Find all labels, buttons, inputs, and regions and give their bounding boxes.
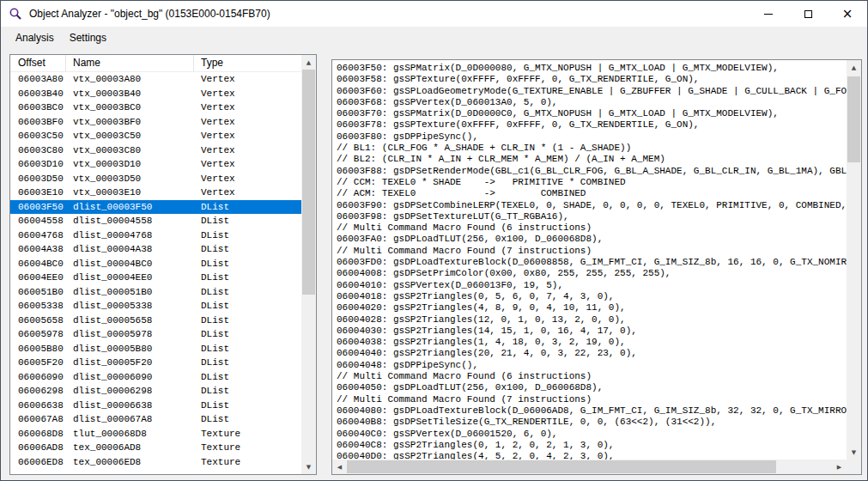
code-line: 06004030: gsSP2Triangles(14, 15, 1, 0, 1…	[337, 326, 847, 337]
disassembly-hscrollbar[interactable]: ◀ ▶	[332, 460, 847, 474]
table-row[interactable]: 06006090 dlist_00006090 DList	[10, 370, 301, 385]
down-arrow-icon: ▼	[307, 464, 311, 471]
row-offset: 06005658	[10, 314, 66, 328]
table-row[interactable]: 06004BC0 dlist_00004BC0 DList	[10, 257, 301, 271]
row-offset: 06003C50	[10, 129, 66, 143]
table-row[interactable]: 06003C50 vtx_00003C50 Vertex	[10, 129, 301, 143]
table-row[interactable]: 06006AD8 tex_00006AD8 Texture	[10, 441, 301, 455]
table-row[interactable]: 06003B40 vtx_00003B40 Vertex	[10, 87, 301, 101]
maximize-icon	[804, 10, 812, 18]
row-name: dlist_00004768	[66, 228, 194, 243]
table-row[interactable]: 06003A80 vtx_00003A80 Vertex	[10, 72, 301, 87]
disassembly-vscrollbar[interactable]: ▲ ▼	[847, 60, 861, 460]
table-row[interactable]: 06006298 dlist_00006298 DList	[10, 384, 301, 399]
row-offset: 06003D10	[10, 157, 66, 172]
table-row[interactable]: 06003D10 vtx_00003D10 Vertex	[10, 157, 301, 172]
row-offset: 06006090	[10, 370, 66, 385]
scrollbar-thumb[interactable]	[847, 76, 860, 162]
code-line: // Multi Command Macro Found (7 instruct…	[337, 394, 847, 405]
row-offset: 06003D50	[10, 172, 66, 186]
object-list-scrollbar[interactable]: ▲ ▼	[301, 55, 316, 474]
column-header-type[interactable]: Type	[194, 55, 301, 71]
table-row[interactable]: 06005F20 dlist_00005F20 DList	[10, 356, 301, 370]
row-name: dlist_000067A8	[66, 412, 194, 427]
disassembly-text[interactable]: 06003F50: gsSPMatrix(D_0D000080, G_MTX_N…	[332, 60, 847, 460]
right-arrow-icon: ▶	[837, 464, 841, 471]
scroll-up-button[interactable]: ▲	[847, 60, 861, 75]
code-line: 06003F80: gsDPPipeSync(),	[337, 131, 847, 143]
row-name: dlist_000051B0	[66, 285, 194, 300]
scroll-left-button[interactable]: ◀	[332, 460, 347, 474]
code-line: 06003F98: gsDPSetTextureLUT(G_TT_RGBA16)…	[337, 211, 847, 222]
menu-item-analysis[interactable]: Analysis	[8, 27, 62, 49]
table-row[interactable]: 06004558 dlist_00004558 DList	[10, 214, 301, 228]
table-row[interactable]: 06004A38 dlist_00004A38 DList	[10, 242, 301, 257]
row-name: dlist_00005658	[66, 314, 194, 328]
table-row[interactable]: 06003E10 vtx_00003E10 Vertex	[10, 186, 301, 200]
maximize-button[interactable]	[788, 1, 828, 27]
row-type: DList	[194, 299, 301, 314]
table-row[interactable]: 06003BC0 vtx_00003BC0 Vertex	[10, 100, 301, 115]
row-name: dlist_00004EE0	[66, 271, 194, 285]
code-line: 06004008: gsDPSetPrimColor(0x00, 0x80, 2…	[337, 268, 847, 279]
code-line: 06004010: gsSPVertex(D_060013F0, 19, 5),	[337, 280, 847, 291]
row-type: DList	[194, 399, 301, 413]
object-list-body: 06003A80 vtx_00003A80 Vertex 06003B40 vt…	[10, 72, 301, 474]
row-offset: 06004EE0	[10, 271, 66, 285]
scroll-down-button[interactable]: ▼	[301, 460, 316, 474]
table-row[interactable]: 06003BF0 vtx_00003BF0 Vertex	[10, 115, 301, 130]
menu-item-settings[interactable]: Settings	[62, 27, 114, 49]
row-name: dlist_00004A38	[66, 242, 194, 257]
scroll-down-button[interactable]: ▼	[847, 445, 861, 460]
table-row[interactable]: 06003D50 vtx_00003D50 Vertex	[10, 172, 301, 186]
row-type: DList	[194, 214, 301, 228]
row-offset: 06005B80	[10, 342, 66, 356]
table-row[interactable]: 06005658 dlist_00005658 DList	[10, 314, 301, 328]
row-offset: 06006298	[10, 384, 66, 399]
window-title: Object Analyzer - "object_bg" (0153E000-…	[29, 1, 270, 27]
column-header-offset[interactable]: Offset	[10, 55, 66, 71]
row-name: vtx_00003C80	[66, 143, 194, 158]
table-row[interactable]: 06003C80 vtx_00003C80 Vertex	[10, 143, 301, 158]
row-type: Vertex	[194, 143, 301, 158]
table-row[interactable]: 06005338 dlist_00005338 DList	[10, 299, 301, 314]
table-row[interactable]: 06003F50 dlist_00003F50 DList	[10, 200, 301, 215]
row-name: dlist_00006090	[66, 370, 194, 385]
table-row[interactable]: 06005B80 dlist_00005B80 DList	[10, 342, 301, 356]
code-line: 06003F50: gsSPMatrix(D_0D000080, G_MTX_N…	[337, 63, 847, 74]
table-row[interactable]: 06004768 dlist_00004768 DList	[10, 228, 301, 243]
table-row[interactable]: 06006ED8 tex_00006ED8 Texture	[10, 455, 301, 470]
minimize-button[interactable]	[749, 1, 788, 27]
table-row[interactable]: 060051B0 dlist_000051B0 DList	[10, 285, 301, 300]
row-name: dlist_00006298	[66, 384, 194, 399]
up-arrow-icon: ▲	[852, 64, 856, 71]
table-row[interactable]: 06006638 dlist_00006638 DList	[10, 399, 301, 413]
row-offset: 06003BF0	[10, 115, 66, 130]
column-header-name[interactable]: Name	[66, 55, 194, 71]
code-line: 06003F88: gsDPSetRenderMode(GBL_c1(G_BL_…	[337, 166, 847, 177]
row-offset: 06005F20	[10, 356, 66, 370]
row-offset: 06006AD8	[10, 441, 66, 455]
row-offset: 06003C80	[10, 143, 66, 158]
down-arrow-icon: ▼	[852, 449, 856, 456]
scrollbar-thumb[interactable]	[347, 460, 776, 473]
table-row[interactable]: 06005978 dlist_00005978 DList	[10, 327, 301, 342]
row-offset: 06004558	[10, 214, 66, 228]
title-bar[interactable]: Object Analyzer - "object_bg" (0153E000-…	[1, 1, 867, 27]
row-offset: 06003A80	[10, 72, 66, 87]
code-line: 06003F60: gsSPLoadGeometryMode(G_TEXTURE…	[337, 86, 847, 97]
row-type: Vertex	[194, 100, 301, 115]
table-row[interactable]: 060068D8 tlut_000068D8 Texture	[10, 427, 301, 441]
scroll-up-button[interactable]: ▲	[301, 55, 316, 70]
table-row[interactable]: 060067A8 dlist_000067A8 DList	[10, 412, 301, 427]
table-row[interactable]: 06004EE0 dlist_00004EE0 DList	[10, 271, 301, 285]
scrollbar-thumb[interactable]	[302, 70, 315, 295]
scroll-right-button[interactable]: ▶	[832, 460, 847, 474]
close-button[interactable]: ×	[828, 1, 867, 27]
object-list: Offset Name Type 06003A80 vtx_00003A80 V…	[9, 54, 317, 475]
row-name: dlist_00006638	[66, 399, 194, 413]
left-arrow-icon: ◀	[337, 464, 342, 471]
row-offset: 06004768	[10, 228, 66, 243]
row-type: DList	[194, 271, 301, 285]
row-offset: 06003B40	[10, 87, 66, 101]
